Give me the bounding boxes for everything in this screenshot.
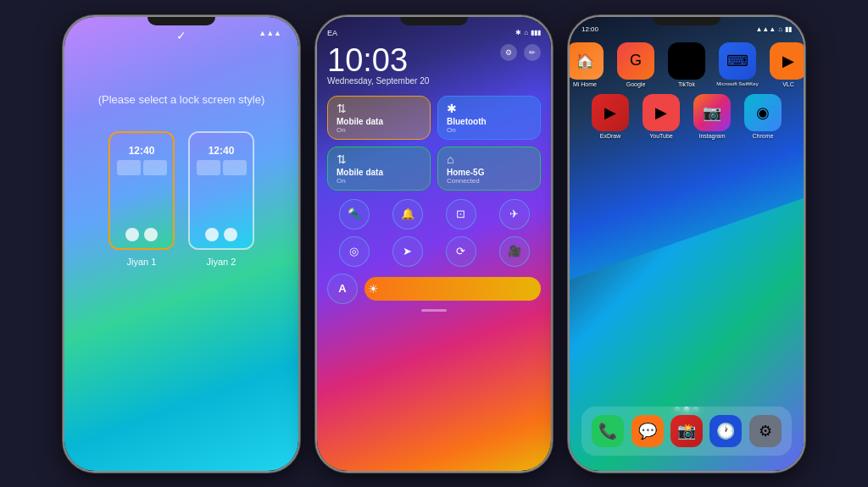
bluetooth-label: Bluetooth bbox=[447, 117, 531, 126]
cc-circle-row-2: ◎ ➤ ⟳ 🎥 bbox=[327, 236, 541, 267]
mobile-data-toggle[interactable]: ⇅ Mobile data On bbox=[327, 96, 431, 140]
app-chrome[interactable]: ◉ Chrome bbox=[742, 94, 784, 139]
signal-bars: ▲▲▲ bbox=[755, 25, 776, 33]
brightness-icon: ☀ bbox=[368, 282, 379, 296]
tiktok-icon: ♪ bbox=[668, 42, 705, 80]
google-label: Google bbox=[626, 81, 646, 87]
brightness-slider[interactable]: ☀ bbox=[364, 277, 541, 301]
dock-phone-icon: 📞 bbox=[592, 415, 624, 447]
dock-phone[interactable]: 📞 bbox=[588, 415, 627, 447]
battery: ▮▮ bbox=[785, 25, 792, 33]
toggle2-label: Mobile data bbox=[337, 168, 421, 177]
edit-icon[interactable]: ✏ bbox=[524, 44, 541, 61]
bluetooth-icon: ✱ bbox=[447, 102, 531, 115]
app-mi-home[interactable]: 🏠 Mi Home bbox=[570, 42, 606, 87]
app-swiftkey[interactable]: ⌨ Microsoft SwiftKey bbox=[716, 42, 759, 87]
app-row-2: ▶ ExDraw ▶ YouTube 📷 Instagram ◉ Chrome bbox=[589, 94, 784, 139]
exdraw-label: ExDraw bbox=[600, 133, 621, 139]
carrier-label: EA bbox=[327, 29, 337, 37]
ls2-icon-2 bbox=[224, 228, 237, 241]
home-carrier: 12:00 bbox=[581, 25, 598, 33]
app-vlc[interactable]: ▶ VLC bbox=[767, 42, 804, 87]
ls2-widget-2 bbox=[223, 160, 247, 175]
home-status-bar: 12:00 ▲▲▲ ⌂ ▮▮ bbox=[570, 25, 804, 33]
cc-toggles: ⇅ Mobile data On ✱ Bluetooth On ⇅ bbox=[327, 96, 541, 191]
google-icon: G bbox=[617, 42, 654, 80]
mobile-data-icon: ⇅ bbox=[337, 102, 421, 115]
cc-circle-row-1: 🔦 🔔 ⊡ ✈ bbox=[327, 199, 541, 230]
vlc-icon: ▶ bbox=[770, 42, 804, 80]
ls2-icon-1 bbox=[205, 228, 219, 241]
mi-home-label: Mi Home bbox=[573, 81, 597, 87]
phone2-screen: EA ✱ ⌂ ▮▮▮ 10:03 Wednesday, September 20… bbox=[317, 17, 551, 471]
dock-settings-icon: ⚙ bbox=[749, 415, 782, 447]
airplane-button[interactable]: ✈ bbox=[499, 199, 530, 230]
chrome-icon: ◉ bbox=[744, 94, 782, 131]
dock-messages-icon: 💬 bbox=[632, 415, 664, 447]
option1-label: Jiyan 1 bbox=[127, 257, 157, 267]
app-exdraw[interactable]: ▶ ExDraw bbox=[589, 94, 632, 139]
cc-toggle-row-2: ⇅ Mobile data On ⌂ Home-5G Connected bbox=[327, 147, 541, 191]
cc-status-icons: ✱ ⌂ ▮▮▮ bbox=[515, 29, 541, 36]
swiftkey-label: Microsoft SwiftKey bbox=[716, 81, 758, 86]
dock-camera-icon: 📸 bbox=[670, 415, 703, 447]
cc-time-date-row: 10:03 Wednesday, September 20 ⚙ ✏ bbox=[327, 44, 541, 96]
video-button[interactable]: 🎥 bbox=[499, 236, 530, 267]
airplane-icon: ✈ bbox=[509, 208, 519, 220]
app-row-1: 🏠 Mi Home G Google ♪ TikTok ⌨ Microsoft … bbox=[570, 42, 804, 87]
youtube-label: YouTube bbox=[649, 133, 673, 139]
option2-label: Jiyan 2 bbox=[207, 257, 236, 267]
app-grid: 🏠 Mi Home G Google ♪ TikTok ⌨ Microsoft … bbox=[570, 42, 804, 139]
wifi-icon: ⌂ bbox=[447, 152, 531, 166]
app-youtube[interactable]: ▶ YouTube bbox=[640, 94, 682, 139]
bluetooth-status: On bbox=[447, 126, 531, 134]
lockscreen-option-1[interactable]: 12:40 Jiyan 1 bbox=[108, 131, 175, 267]
ls1-icon-1 bbox=[125, 228, 139, 241]
phone1-status-bar: ▲▲▲ bbox=[259, 29, 281, 37]
phone1-screen: ✓ ▲▲▲ (Please select a lock screen style… bbox=[64, 17, 298, 471]
lock-screen-prompt: (Please select a lock screen style) bbox=[81, 93, 282, 106]
dock-messages[interactable]: 💬 bbox=[627, 415, 666, 447]
exdraw-icon: ▶ bbox=[592, 94, 629, 131]
dock-settings[interactable]: ⚙ bbox=[746, 415, 785, 447]
app-instagram[interactable]: 📷 Instagram bbox=[691, 94, 733, 139]
auto-button[interactable]: A bbox=[327, 274, 358, 304]
bell-icon: 🔔 bbox=[401, 208, 415, 220]
mi-home-icon: 🏠 bbox=[570, 42, 604, 80]
instagram-label: Instagram bbox=[698, 133, 725, 139]
screen-button[interactable]: ⊡ bbox=[446, 199, 476, 230]
vlc-label: VLC bbox=[782, 81, 794, 87]
mobile-data-toggle-2[interactable]: ⇅ Mobile data On bbox=[327, 147, 431, 191]
battery-icon: ▮▮▮ bbox=[531, 29, 541, 36]
ls2-widget-1 bbox=[197, 160, 220, 175]
bell-button[interactable]: 🔔 bbox=[392, 199, 423, 230]
phone3-screen: 12:00 ▲▲▲ ⌂ ▮▮ 🏠 Mi Home G Goo bbox=[570, 17, 804, 471]
wifi-status-icon: ⌂ bbox=[524, 29, 528, 36]
dock: 📞 💬 📸 🕐 ⚙ bbox=[581, 407, 792, 456]
lockscreen-option-2[interactable]: 12:40 Jiyan 2 bbox=[188, 131, 254, 267]
ls2-dock-icons bbox=[205, 228, 237, 241]
dock-clock-icon: 🕐 bbox=[709, 415, 742, 447]
cc-toggle-row-1: ⇅ Mobile data On ✱ Bluetooth On bbox=[327, 96, 541, 140]
rotation-button[interactable]: ⟳ bbox=[446, 236, 476, 267]
eye-button[interactable]: ◎ bbox=[339, 236, 370, 267]
settings-icon[interactable]: ⚙ bbox=[500, 44, 517, 61]
mobile-data-label: Mobile data bbox=[337, 117, 421, 126]
signal-icon: ▲▲▲ bbox=[259, 29, 281, 37]
wifi-signal: ⌂ bbox=[778, 25, 782, 33]
wifi-status: Connected bbox=[447, 177, 531, 185]
app-google[interactable]: G Google bbox=[615, 42, 657, 87]
navigate-button[interactable]: ➤ bbox=[392, 236, 423, 267]
phone-1: ✓ ▲▲▲ (Please select a lock screen style… bbox=[63, 15, 300, 473]
wifi-toggle[interactable]: ⌂ Home-5G Connected bbox=[437, 147, 541, 191]
flashlight-button[interactable]: 🔦 bbox=[339, 199, 370, 230]
cc-date: Wednesday, September 20 bbox=[327, 76, 429, 86]
screen-icon: ⊡ bbox=[456, 208, 465, 220]
dock-camera[interactable]: 📸 bbox=[667, 415, 706, 447]
app-tiktok[interactable]: ♪ TikTok bbox=[665, 42, 708, 87]
home-indicator bbox=[421, 309, 447, 312]
dock-clock[interactable]: 🕐 bbox=[706, 415, 745, 447]
bluetooth-toggle[interactable]: ✱ Bluetooth On bbox=[437, 96, 541, 140]
cc-time: 10:03 bbox=[327, 44, 429, 76]
checkmark-icon: ✓ bbox=[176, 29, 186, 42]
